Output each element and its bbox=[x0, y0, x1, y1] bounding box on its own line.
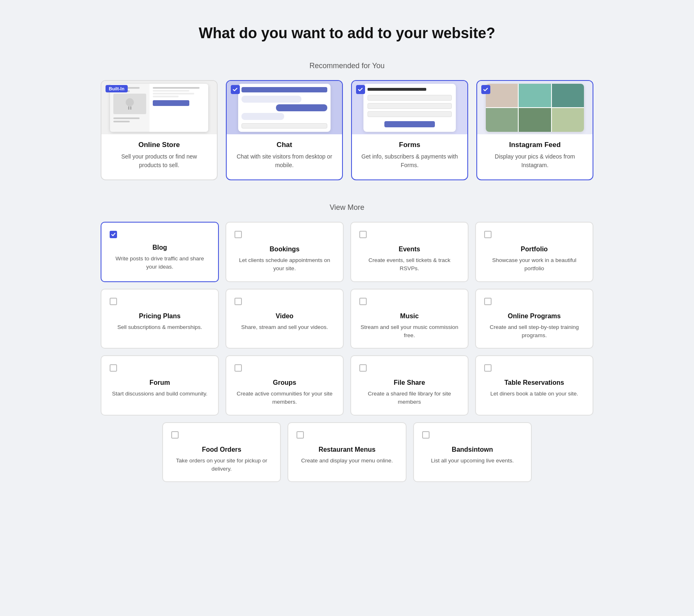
checkbox-blog bbox=[110, 231, 117, 238]
checkbox-bookings bbox=[234, 231, 242, 238]
checkbox-portfolio bbox=[484, 231, 492, 238]
card-body-online-store: Online Store Sell your products or find … bbox=[101, 141, 217, 170]
checkbox-table-reservations bbox=[484, 364, 492, 372]
card-title-music: Music bbox=[359, 313, 460, 320]
card-title-chat: Chat bbox=[235, 141, 334, 149]
page-title: What do you want to add to your website? bbox=[16, 25, 678, 42]
card-desc-music: Stream and sell your music commission fr… bbox=[359, 323, 460, 340]
card-file-share[interactable]: File Share Create a shared file library … bbox=[350, 355, 469, 416]
card-title-restaurant-menus: Restaurant Menus bbox=[296, 446, 397, 453]
card-desc-chat: Chat with site visitors from desktop or … bbox=[235, 152, 334, 170]
view-more-label: View More bbox=[101, 203, 593, 212]
svg-rect-2 bbox=[130, 106, 131, 110]
card-image-forms bbox=[352, 81, 467, 134]
card-title-forms: Forms bbox=[360, 141, 459, 149]
card-desc-bandsintown: List all your upcoming live events. bbox=[422, 457, 523, 465]
insta-mockup bbox=[486, 84, 584, 132]
card-desc-restaurant-menus: Create and display your menu online. bbox=[296, 457, 397, 465]
card-forms[interactable]: Forms Get info, subscribers & payments w… bbox=[351, 80, 468, 180]
card-image-online-store: Built-In bbox=[101, 81, 217, 134]
card-title-online-store: Online Store bbox=[110, 141, 209, 149]
card-bandsintown[interactable]: Bandsintown List all your upcoming live … bbox=[413, 422, 532, 483]
checkbox-events bbox=[359, 231, 367, 238]
card-title-forum: Forum bbox=[110, 379, 210, 386]
card-title-bookings: Bookings bbox=[234, 246, 335, 253]
card-body-chat: Chat Chat with site visitors from deskto… bbox=[227, 141, 342, 170]
card-desc-file-share: Create a shared file library for site me… bbox=[359, 390, 460, 407]
card-title-events: Events bbox=[359, 246, 460, 253]
card-desc-food-orders: Take orders on your site for pickup or d… bbox=[171, 457, 272, 473]
checkbox-online-programs bbox=[484, 298, 492, 305]
svg-point-0 bbox=[126, 98, 134, 106]
card-desc-online-programs: Create and sell step-by-step training pr… bbox=[484, 323, 584, 340]
card-title-blog: Blog bbox=[110, 244, 210, 251]
card-desc-events: Create events, sell tickets & track RSVP… bbox=[359, 256, 460, 273]
card-title-portfolio: Portfolio bbox=[484, 246, 584, 253]
checkbox-checked-instagram bbox=[481, 85, 490, 94]
card-portfolio[interactable]: Portfolio Showcase your work in a beauti… bbox=[475, 222, 593, 282]
card-title-online-programs: Online Programs bbox=[484, 313, 584, 320]
card-image-chat bbox=[227, 81, 342, 134]
card-desc-online-store: Sell your products or find new products … bbox=[110, 152, 209, 170]
card-desc-forum: Start discussions and build community. bbox=[110, 390, 210, 398]
card-title-pricing-plans: Pricing Plans bbox=[110, 313, 210, 320]
bottom-row: Food Orders Take orders on your site for… bbox=[162, 422, 532, 483]
card-restaurant-menus[interactable]: Restaurant Menus Create and display your… bbox=[287, 422, 406, 483]
card-image-instagram bbox=[477, 81, 593, 134]
checkbox-forum bbox=[110, 364, 117, 372]
checkbox-groups bbox=[234, 364, 242, 372]
recommended-label: Recommended for You bbox=[16, 62, 678, 70]
card-desc-table-reservations: Let diners book a table on your site. bbox=[484, 390, 584, 398]
card-desc-video: Share, stream and sell your videos. bbox=[234, 323, 335, 331]
checkbox-music bbox=[359, 298, 367, 305]
svg-rect-1 bbox=[128, 106, 129, 110]
checkbox-checked-forms bbox=[356, 85, 365, 94]
card-food-orders[interactable]: Food Orders Take orders on your site for… bbox=[162, 422, 281, 483]
view-more-grid: Blog Write posts to drive traffic and sh… bbox=[101, 222, 593, 416]
checkbox-video bbox=[234, 298, 242, 305]
card-chat[interactable]: Chat Chat with site visitors from deskto… bbox=[226, 80, 343, 180]
card-desc-groups: Create active communities for your site … bbox=[234, 390, 335, 407]
card-video[interactable]: Video Share, stream and sell your videos… bbox=[225, 289, 344, 349]
card-instagram-feed[interactable]: Instagram Feed Display your pics & video… bbox=[476, 80, 593, 180]
checkbox-bandsintown bbox=[422, 431, 430, 439]
card-blog[interactable]: Blog Write posts to drive traffic and sh… bbox=[101, 222, 219, 282]
card-desc-bookings: Let clients schedule appointments on you… bbox=[234, 256, 335, 273]
checkbox-checked-chat bbox=[231, 85, 240, 94]
card-title-file-share: File Share bbox=[359, 379, 460, 386]
card-online-store[interactable]: Built-In bbox=[101, 80, 218, 180]
card-body-forms: Forms Get info, subscribers & payments w… bbox=[352, 141, 467, 170]
checkbox-pricing-plans bbox=[110, 298, 117, 305]
card-title-instagram: Instagram Feed bbox=[485, 141, 584, 149]
card-events[interactable]: Events Create events, sell tickets & tra… bbox=[350, 222, 469, 282]
card-bookings[interactable]: Bookings Let clients schedule appointmen… bbox=[225, 222, 344, 282]
card-title-bandsintown: Bandsintown bbox=[422, 446, 523, 453]
checkbox-restaurant-menus bbox=[296, 431, 304, 439]
card-desc-instagram: Display your pics & videos from Instagra… bbox=[485, 152, 584, 170]
card-table-reservations[interactable]: Table Reservations Let diners book a tab… bbox=[475, 355, 593, 416]
card-music[interactable]: Music Stream and sell your music commiss… bbox=[350, 289, 469, 349]
card-desc-forms: Get info, subscribers & payments with Fo… bbox=[360, 152, 459, 170]
card-online-programs[interactable]: Online Programs Create and sell step-by-… bbox=[475, 289, 593, 349]
card-body-instagram: Instagram Feed Display your pics & video… bbox=[477, 141, 593, 170]
checkbox-file-share bbox=[359, 364, 367, 372]
forms-mockup bbox=[363, 84, 456, 132]
card-groups[interactable]: Groups Create active communities for you… bbox=[225, 355, 344, 416]
card-pricing-plans[interactable]: Pricing Plans Sell subscriptions & membe… bbox=[101, 289, 219, 349]
card-title-video: Video bbox=[234, 313, 335, 320]
card-forum[interactable]: Forum Start discussions and build commun… bbox=[101, 355, 219, 416]
card-desc-blog: Write posts to drive traffic and share y… bbox=[110, 255, 210, 271]
view-more-section: View More Blog Write posts to drive traf… bbox=[101, 203, 593, 482]
recommended-grid: Built-In bbox=[101, 80, 593, 180]
card-title-groups: Groups bbox=[234, 379, 335, 386]
card-title-table-reservations: Table Reservations bbox=[484, 379, 584, 386]
card-title-food-orders: Food Orders bbox=[171, 446, 272, 453]
chat-mockup bbox=[238, 84, 331, 132]
card-desc-portfolio: Showcase your work in a beautiful portfo… bbox=[484, 256, 584, 273]
checkbox-food-orders bbox=[171, 431, 179, 439]
built-in-badge: Built-In bbox=[106, 85, 128, 92]
card-desc-pricing-plans: Sell subscriptions & memberships. bbox=[110, 323, 210, 331]
